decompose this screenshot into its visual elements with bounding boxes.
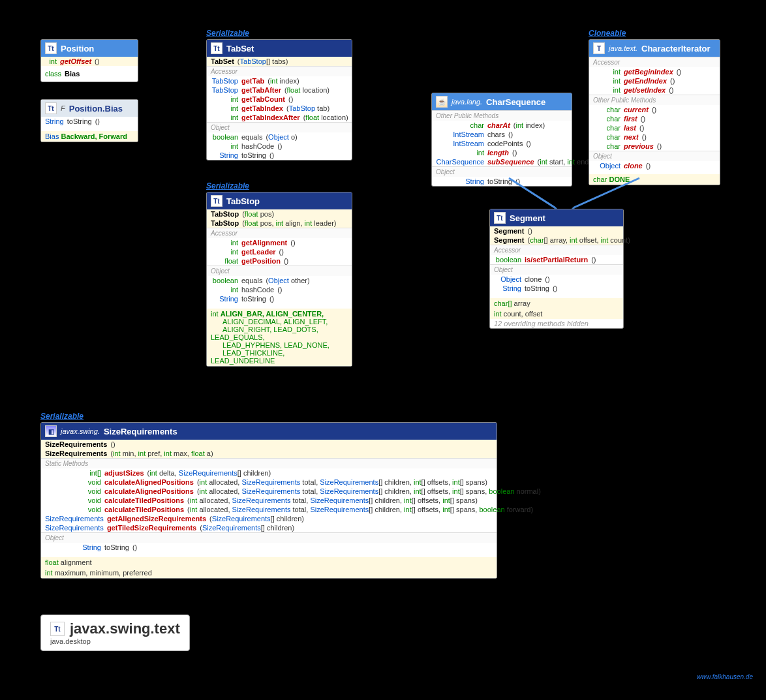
interface-icon: T bbox=[593, 42, 605, 54]
java-icon: ☕ bbox=[436, 96, 448, 108]
sizerequirements-ctor2: SizeRequirements(int min, int pref, int … bbox=[41, 449, 497, 458]
tabstop-getalignment: intgetAlignment() bbox=[207, 238, 352, 247]
characteriterator-previous: charprevious() bbox=[589, 142, 720, 151]
charsequence-methods-section: Other Public Methods bbox=[432, 110, 572, 121]
class-icon: Tt bbox=[45, 102, 57, 114]
tabset-hashcode: inthashCode() bbox=[207, 142, 352, 151]
characteriterator-getbeginindex: intgetBeginIndex() bbox=[589, 67, 720, 76]
tabset-gettabindex: intgetTabIndex(TabStop tab) bbox=[207, 104, 352, 113]
characteriterator-getsetindex: intget/setIndex() bbox=[589, 85, 720, 95]
characteriterator-title: CharacterIterator bbox=[641, 44, 711, 53]
charsequence-chars: IntStreamchars() bbox=[432, 130, 572, 139]
position-class: TtPosition intgetOffset() class Bias bbox=[40, 39, 138, 82]
tabset-class: TtTabSet TabSet(TabStop[] tabs) Accessor… bbox=[206, 39, 352, 160]
characteriterator-getendindex: intgetEndIndex() bbox=[589, 76, 720, 85]
sizerequirements-tostring: StringtoString() bbox=[41, 543, 497, 552]
sizerequirements-calctiled1: voidcalculateTiledPositions(int allocate… bbox=[41, 496, 497, 505]
characteriterator-interface: Tjava.text.CharacterIterator Accessor in… bbox=[589, 39, 720, 185]
serializable-label-1[interactable]: Serializable bbox=[206, 29, 249, 38]
charsequence-charat: charcharAt(int index) bbox=[432, 121, 572, 130]
characteriterator-header: Tjava.text.CharacterIterator bbox=[589, 40, 720, 57]
characteriterator-object-section: Object bbox=[589, 151, 720, 161]
sizerequirements-adjustsizes: int[]adjustSizes(int delta, SizeRequirem… bbox=[41, 468, 497, 478]
sizerequirements-getaligned: SizeRequirementsgetAlignedSizeRequiremen… bbox=[41, 514, 497, 523]
tabstop-ctor1: TabStop(float pos) bbox=[207, 209, 352, 219]
tabstop-object-section: Object bbox=[207, 266, 352, 276]
charsequence-tostring: StringtoString() bbox=[432, 177, 572, 186]
footer-link[interactable]: www.falkhausen.de bbox=[697, 673, 753, 680]
position-inner-bias: class Bias bbox=[41, 66, 138, 82]
sizerequirements-class: ◧javax.swing.SizeRequirements SizeRequir… bbox=[40, 422, 497, 579]
segment-ctor2: Segment(char[] array, int offset, int co… bbox=[490, 236, 623, 245]
charsequence-object-section: Object bbox=[432, 166, 572, 177]
tabset-title: TabSet bbox=[226, 44, 254, 53]
charsequence-length: intlength() bbox=[432, 148, 572, 157]
class-icon: ◧ bbox=[45, 425, 57, 437]
serializable-label-3[interactable]: Serializable bbox=[40, 412, 84, 421]
tabset-ctor: TabSet(TabStop[] tabs) bbox=[207, 57, 352, 66]
position-header: TtPosition bbox=[41, 40, 138, 57]
tabset-accessor-section: Accessor bbox=[207, 66, 352, 76]
tabstop-tostring: StringtoString() bbox=[207, 294, 352, 303]
sizerequirements-gettiled: SizeRequirementsgetTiledSizeRequirements… bbox=[41, 523, 497, 532]
package-name: javax.swing.text bbox=[70, 620, 180, 637]
class-icon: Tt bbox=[211, 42, 222, 54]
charsequence-header: ☕java.lang.CharSequence bbox=[432, 93, 572, 110]
sizerequirements-static-section: Static Methods bbox=[41, 458, 497, 468]
charsequence-interface: ☕java.lang.CharSequence Other Public Met… bbox=[431, 93, 572, 187]
sizerequirements-field-max: int maximum, minimum, preferred bbox=[41, 568, 497, 578]
positionbias-tostring: String toString() bbox=[41, 117, 138, 126]
segment-field-array: char[] array bbox=[490, 298, 623, 309]
charsequence-codepoints: IntStreamcodePoints() bbox=[432, 139, 572, 148]
segment-class: TtSegment Segment() Segment(char[] array… bbox=[489, 209, 624, 329]
tabstop-ctor2: TabStop(float pos, int align, int leader… bbox=[207, 219, 352, 228]
positionbias-constants: Bias Backward, Forward bbox=[41, 131, 138, 142]
sizerequirements-pkg: javax.swing. bbox=[61, 427, 100, 435]
tabset-gettab: TabStopgetTab(int index) bbox=[207, 76, 352, 85]
characteriterator-current: charcurrent() bbox=[589, 105, 720, 114]
segment-tostring: StringtoString() bbox=[490, 284, 623, 293]
class-icon: Tt bbox=[211, 195, 222, 207]
segment-partialreturn: booleanis/setPartialReturn() bbox=[490, 255, 623, 264]
tabset-gettabcount: intgetTabCount() bbox=[207, 95, 352, 104]
tabset-header: TtTabSet bbox=[207, 40, 352, 57]
positionbias-title: Position.Bias bbox=[69, 104, 123, 114]
positionbias-modifier: F bbox=[61, 104, 65, 112]
cloneable-label[interactable]: Cloneable bbox=[589, 29, 626, 38]
package-module: java.desktop bbox=[50, 637, 180, 645]
segment-object-section: Object bbox=[490, 264, 623, 275]
tabstop-getposition: floatgetPosition() bbox=[207, 256, 352, 266]
charsequence-subsequence: CharSequencesubSequence(int start, int e… bbox=[432, 157, 572, 166]
position-getoffset: intgetOffset() bbox=[41, 57, 138, 66]
package-box: Tt javax.swing.text java.desktop bbox=[40, 615, 190, 651]
sizerequirements-calctiled2: voidcalculateTiledPositions(int allocate… bbox=[41, 505, 497, 514]
sizerequirements-header: ◧javax.swing.SizeRequirements bbox=[41, 423, 497, 440]
characteriterator-pkg: java.text. bbox=[609, 44, 637, 52]
class-icon: Tt bbox=[494, 212, 506, 224]
characteriterator-first: charfirst() bbox=[589, 114, 720, 123]
sizerequirements-title: SizeRequirements bbox=[104, 427, 177, 436]
tabstop-accessor-section: Accessor bbox=[207, 228, 352, 238]
segment-field-count: int count, offset bbox=[490, 309, 623, 319]
tabset-object-section: Object bbox=[207, 122, 352, 132]
positionbias-header: TtFPosition.Bias bbox=[41, 100, 138, 117]
segment-header: TtSegment bbox=[490, 209, 623, 226]
positionbias-class: TtFPosition.Bias String toString() Bias … bbox=[40, 99, 138, 142]
tabstop-title: TabStop bbox=[226, 196, 260, 206]
tabstop-class: TtTabStop TabStop(float pos) TabStop(flo… bbox=[206, 192, 352, 367]
segment-ctor1: Segment() bbox=[490, 226, 623, 236]
tabset-tostring: StringtoString() bbox=[207, 151, 352, 160]
sizerequirements-object-section: Object bbox=[41, 532, 497, 543]
sizerequirements-field-alignment: float alignment bbox=[41, 557, 497, 568]
charsequence-title: CharSequence bbox=[486, 97, 545, 107]
segment-clone: Objectclone() bbox=[490, 275, 623, 284]
tabstop-equals: booleanequals(Object other) bbox=[207, 276, 352, 285]
tabstop-hashcode: inthashCode() bbox=[207, 285, 352, 294]
characteriterator-constants: char DONE bbox=[589, 174, 720, 185]
tabstop-constants: int ALIGN_BAR, ALIGN_CENTER, ALIGN_DECIM… bbox=[207, 309, 352, 366]
characteriterator-clone: Objectclone() bbox=[589, 161, 720, 170]
characteriterator-last: charlast() bbox=[589, 123, 720, 132]
serializable-label-2[interactable]: Serializable bbox=[206, 181, 249, 190]
interface-icon: Tt bbox=[45, 42, 57, 54]
sizerequirements-calcaligned2: voidcalculateAlignedPositions(int alloca… bbox=[41, 487, 497, 496]
